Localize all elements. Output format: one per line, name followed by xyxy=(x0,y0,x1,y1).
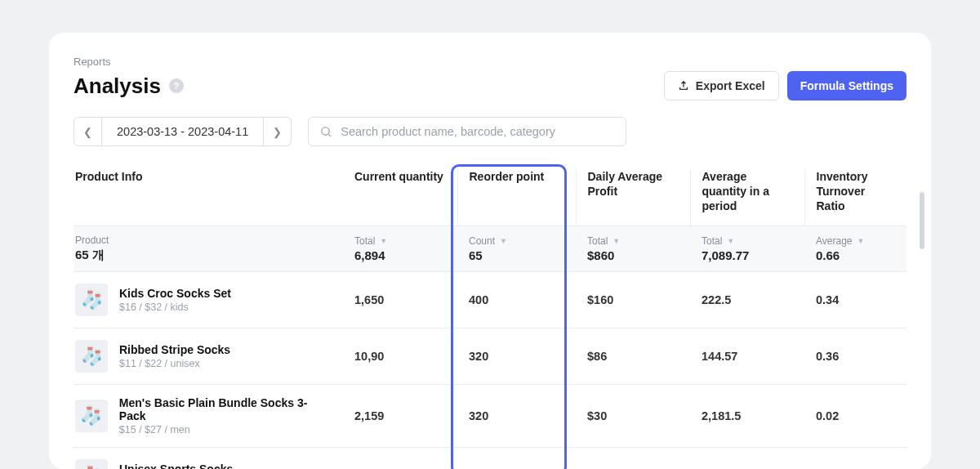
help-icon[interactable]: ? xyxy=(169,78,184,93)
table-wrap: Product Info Current quantity Reorder po… xyxy=(74,169,906,469)
cell-turnover: 0.36 xyxy=(804,328,906,384)
cell-profit: $30 xyxy=(576,384,690,447)
th-product[interactable]: Product Info xyxy=(74,169,343,226)
summary-profit-value: $860 xyxy=(587,248,680,262)
th-reorder[interactable]: Reorder point xyxy=(457,169,576,226)
title-wrap: Analysis ? xyxy=(74,74,184,99)
summary-turnover-label: Average xyxy=(816,235,852,247)
summary-qty-value: 6,894 xyxy=(354,248,448,262)
product-thumb: 🧦 xyxy=(75,284,108,316)
analysis-card: Reports Analysis ? Export Excel Formula … xyxy=(49,33,931,469)
sort-icon[interactable]: ▼ xyxy=(500,237,507,245)
product-name: Men's Basic Plain Bundle Socks 3-Pack xyxy=(119,396,333,422)
page-title: Analysis xyxy=(74,74,161,99)
export-excel-button[interactable]: Export Excel xyxy=(664,71,779,100)
product-meta: $16 / $32 / kids xyxy=(119,302,231,313)
page-header: Analysis ? Export Excel Formula Settings xyxy=(74,71,906,100)
cell-profit: $160 xyxy=(576,271,690,328)
cell-reorder: 320 xyxy=(457,384,576,447)
summary-reorder-value: 65 xyxy=(469,248,566,262)
summary-qty-label: Total xyxy=(354,235,375,247)
th-turnover[interactable]: Inventory Turnover Ratio xyxy=(804,169,906,226)
date-range-label: 2023-03-13 - 2023-04-11 xyxy=(102,125,263,138)
th-current-qty[interactable]: Current quantity xyxy=(343,169,457,226)
date-next-button[interactable]: ❯ xyxy=(263,118,291,145)
sort-icon[interactable]: ▼ xyxy=(380,237,387,245)
summary-turnover-value: 0.66 xyxy=(816,248,897,262)
cell-turnover: 0.02 xyxy=(804,384,906,447)
cell-reorder: 90 xyxy=(457,447,576,469)
summary-avg-label: Total xyxy=(702,235,722,247)
cell-turnover: 0.3 xyxy=(804,447,906,469)
table-row[interactable]: 🧦Men's Basic Plain Bundle Socks 3-Pack$1… xyxy=(74,384,906,447)
date-prev-button[interactable]: ❮ xyxy=(74,118,102,145)
formula-settings-button[interactable]: Formula Settings xyxy=(787,71,906,100)
search-icon xyxy=(320,126,332,138)
product-thumb: 🧦 xyxy=(75,340,108,373)
table-header-row: Product Info Current quantity Reorder po… xyxy=(74,169,906,226)
sort-icon[interactable]: ▼ xyxy=(612,237,620,245)
table-row[interactable]: 🧦Unisex Sports Socks$11 / $22 / sports 8… xyxy=(74,447,906,469)
th-daily-profit[interactable]: Daily Average Profit xyxy=(576,169,690,226)
search-input[interactable] xyxy=(341,125,614,138)
table-row[interactable]: 🧦Ribbed Stripe Socks$11 / $22 / unisex 1… xyxy=(74,328,906,384)
controls-row: ❮ 2023-03-13 - 2023-04-11 ❯ xyxy=(74,117,906,146)
cell-reorder: 320 xyxy=(457,328,576,384)
export-icon xyxy=(678,80,689,92)
date-range-picker[interactable]: ❮ 2023-03-13 - 2023-04-11 ❯ xyxy=(74,117,292,146)
product-meta: $15 / $27 / men xyxy=(119,424,333,436)
summary-avg-value: 7,089.77 xyxy=(702,248,795,262)
product-meta: $11 / $22 / unisex xyxy=(119,358,230,369)
cell-profit: $71 xyxy=(576,447,690,469)
chevron-right-icon: ❯ xyxy=(273,126,282,138)
cell-profit: $86 xyxy=(576,328,690,384)
formula-label: Formula Settings xyxy=(800,79,893,92)
cell-avg: 2,181.5 xyxy=(690,384,804,447)
export-label: Export Excel xyxy=(696,79,765,92)
svg-point-0 xyxy=(322,127,329,134)
summary-product-label: Product xyxy=(75,234,109,246)
cell-qty: 880 xyxy=(343,447,457,469)
product-name: Unisex Sports Socks xyxy=(119,462,233,469)
sort-icon[interactable]: ▼ xyxy=(727,237,734,245)
cell-reorder: 400 xyxy=(457,271,576,328)
search-box[interactable] xyxy=(308,117,626,146)
th-avg-qty[interactable]: Average quantity in a period xyxy=(690,169,804,226)
summary-profit-label: Total xyxy=(587,235,608,247)
scrollbar[interactable] xyxy=(920,192,924,249)
header-actions: Export Excel Formula Settings xyxy=(664,71,906,100)
cell-qty: 2,159 xyxy=(343,384,457,447)
cell-turnover: 0.34 xyxy=(804,271,906,328)
breadcrumb: Reports xyxy=(74,56,906,68)
analysis-table: Product Info Current quantity Reorder po… xyxy=(74,169,906,469)
product-thumb: 🧦 xyxy=(75,459,108,469)
product-thumb: 🧦 xyxy=(75,400,108,432)
cell-qty: 10,90 xyxy=(343,328,457,384)
table-row[interactable]: 🧦Kids Croc Socks Set$16 / $32 / kids 1,6… xyxy=(74,271,906,328)
chevron-left-icon: ❮ xyxy=(83,126,92,138)
sort-icon[interactable]: ▼ xyxy=(857,237,864,245)
summary-reorder-label: Count xyxy=(469,235,495,247)
cell-qty: 1,650 xyxy=(343,271,457,328)
product-name: Kids Croc Socks Set xyxy=(119,287,231,300)
summary-row: Product 65 개 Total▼ 6,894 Count▼ 65 Tota… xyxy=(74,226,906,271)
cell-avg: 114.07 xyxy=(690,447,804,469)
summary-product-value: 65 개 xyxy=(75,248,333,263)
product-name: Ribbed Stripe Socks xyxy=(119,343,230,356)
cell-avg: 222.5 xyxy=(690,271,804,328)
cell-avg: 144.57 xyxy=(690,328,804,384)
